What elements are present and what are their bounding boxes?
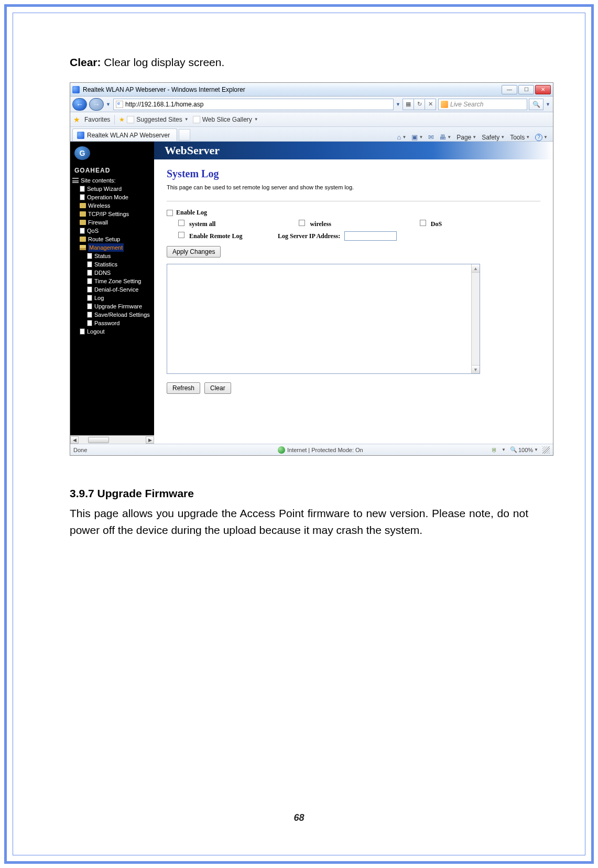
scroll-thumb[interactable] bbox=[88, 437, 109, 443]
enable-remote-option: Enable Remote Log bbox=[178, 232, 278, 240]
minimize-button[interactable]: — bbox=[502, 85, 517, 94]
refresh-button[interactable]: ↻ bbox=[414, 99, 425, 110]
clear-label: Clear: bbox=[70, 56, 101, 68]
remote-log-row: Enable Remote Log Log Server IP Address: bbox=[167, 231, 540, 241]
mail-icon: ✉ bbox=[428, 133, 434, 141]
search-dropdown-icon[interactable]: ▼ bbox=[546, 102, 551, 107]
forward-button[interactable]: → bbox=[89, 98, 104, 111]
nav-management[interactable]: Management bbox=[72, 243, 154, 252]
bing-icon bbox=[441, 101, 448, 108]
nav-statistics[interactable]: Statistics bbox=[72, 260, 154, 269]
scroll-down-icon[interactable]: ▼ bbox=[472, 365, 480, 373]
page-number: 68 bbox=[13, 812, 585, 823]
status-zone: Internet | Protected Mode: On bbox=[278, 446, 492, 454]
nav-firewall[interactable]: Firewall bbox=[72, 218, 154, 227]
folder-icon bbox=[80, 237, 86, 242]
web-slice-gallery-link[interactable]: Web Slice Gallery ▼ bbox=[193, 116, 258, 123]
scroll-up-icon[interactable]: ▲ bbox=[472, 264, 480, 273]
search-button[interactable]: 🔍 bbox=[529, 99, 543, 110]
nav-operation-mode[interactable]: Operation Mode bbox=[72, 193, 154, 201]
wireless-checkbox[interactable] bbox=[299, 220, 305, 226]
goahead-logo-icon: G bbox=[74, 146, 90, 160]
dos-checkbox[interactable] bbox=[420, 220, 426, 226]
help-button[interactable]: ?▼ bbox=[535, 134, 548, 141]
zoom-icon: 🔍 bbox=[510, 446, 517, 453]
chevron-down-icon: ▼ bbox=[534, 447, 538, 452]
folder-open-icon bbox=[80, 245, 86, 250]
status-right: ⛨▼ 🔍 100% ▼ bbox=[492, 446, 550, 454]
url-text: http://192.168.1.1/home.asp bbox=[125, 101, 203, 108]
back-button[interactable]: ← bbox=[72, 98, 87, 111]
resize-grip-icon[interactable] bbox=[542, 446, 550, 454]
nav-qos[interactable]: QoS bbox=[72, 227, 154, 235]
scroll-right-icon[interactable]: ▶ bbox=[146, 436, 154, 444]
feeds-icon: ▣ bbox=[411, 133, 418, 141]
nav-setup-wizard[interactable]: Setup Wizard bbox=[72, 185, 154, 193]
feeds-button[interactable]: ▣▼ bbox=[411, 133, 423, 141]
new-tab-button[interactable] bbox=[179, 129, 190, 141]
clear-log-button[interactable]: Clear bbox=[204, 382, 231, 394]
scroll-left-icon[interactable]: ◀ bbox=[70, 436, 79, 444]
search-placeholder: Live Search bbox=[450, 101, 483, 108]
system-all-checkbox[interactable] bbox=[178, 220, 184, 226]
sidebar-scrollbar[interactable]: ◀ ▶ bbox=[70, 435, 154, 444]
ip-input[interactable] bbox=[344, 231, 397, 241]
status-bar: Done Internet | Protected Mode: On ⛨▼ 🔍 … bbox=[70, 444, 553, 455]
window-titlebar: Realtek WLAN AP Webserver - Windows Inte… bbox=[70, 83, 553, 97]
nav-password[interactable]: Password bbox=[72, 319, 154, 327]
refresh-log-button[interactable]: Refresh bbox=[167, 382, 200, 394]
nav-logout[interactable]: Logout bbox=[72, 327, 154, 336]
security-report-icon[interactable]: ⛨ bbox=[492, 447, 497, 453]
read-mail-button[interactable]: ✉ bbox=[428, 133, 434, 141]
nav-timezone[interactable]: Time Zone Setting bbox=[72, 277, 154, 285]
stop-button[interactable]: ✕ bbox=[425, 99, 436, 110]
maximize-button[interactable]: ☐ bbox=[518, 85, 534, 94]
close-button[interactable]: ✕ bbox=[535, 85, 551, 94]
site-contents[interactable]: Site contents: bbox=[72, 176, 154, 185]
nav-save-reload[interactable]: Save/Reload Settings bbox=[72, 310, 154, 319]
enable-log-checkbox[interactable] bbox=[167, 210, 173, 216]
log-textarea[interactable]: ▲ ▼ bbox=[167, 264, 480, 374]
dos-option: DoS bbox=[420, 220, 540, 228]
nav-status[interactable]: Status bbox=[72, 252, 154, 260]
nav-log[interactable]: Log bbox=[72, 294, 154, 302]
clear-line: Clear: Clear log display screen. bbox=[70, 56, 528, 69]
nav-ddns[interactable]: DDNS bbox=[72, 269, 154, 277]
page-menu[interactable]: Page▼ bbox=[456, 134, 476, 141]
zoom-value: 100% bbox=[518, 447, 533, 453]
tools-menu[interactable]: Tools▼ bbox=[510, 134, 530, 141]
address-bar: ← → ▼ http://192.168.1.1/home.asp ▼ ▦ ↻ … bbox=[70, 97, 553, 112]
nav-upgrade-firmware[interactable]: Upgrade Firmware bbox=[72, 302, 154, 310]
safety-menu[interactable]: Safety▼ bbox=[482, 134, 505, 141]
enable-log-label: Enable Log bbox=[176, 209, 207, 217]
print-button[interactable]: 🖶▼ bbox=[439, 133, 451, 141]
url-dropdown-icon[interactable]: ▼ bbox=[396, 102, 401, 107]
section-paragraph: This page allows you upgrade the Access … bbox=[70, 505, 528, 539]
nav-route[interactable]: Route Setup bbox=[72, 235, 154, 243]
url-field[interactable]: http://192.168.1.1/home.asp bbox=[113, 99, 394, 110]
enable-remote-checkbox[interactable] bbox=[178, 232, 184, 238]
nav-wireless[interactable]: Wireless bbox=[72, 201, 154, 210]
nav-dos[interactable]: Denial-of-Service bbox=[72, 285, 154, 294]
page-icon bbox=[127, 116, 134, 123]
history-dropdown-icon[interactable]: ▼ bbox=[106, 102, 111, 107]
action-row: Refresh Clear bbox=[167, 382, 540, 394]
wireless-option: wireless bbox=[299, 220, 419, 228]
clear-desc: Clear log display screen. bbox=[101, 56, 225, 68]
tab-active[interactable]: Realtek WLAN AP Webserver bbox=[72, 128, 177, 141]
compat-view-button[interactable]: ▦ bbox=[403, 99, 414, 110]
home-button[interactable]: ⌂▼ bbox=[397, 133, 407, 141]
log-scrollbar[interactable]: ▲ ▼ bbox=[471, 264, 480, 373]
favorites-star-icon[interactable]: ★ bbox=[73, 115, 80, 124]
nav-tcpip[interactable]: TCP/IP Settings bbox=[72, 210, 154, 218]
search-box[interactable]: Live Search bbox=[438, 99, 527, 110]
favorites-label[interactable]: Favorites bbox=[84, 116, 110, 123]
suggested-sites-link[interactable]: ★ Suggested Sites ▼ bbox=[119, 116, 188, 123]
star-icon: ★ bbox=[119, 116, 125, 123]
page-icon bbox=[87, 270, 92, 276]
banner: WebServer bbox=[154, 142, 553, 159]
folder-icon bbox=[80, 211, 86, 217]
apply-changes-button[interactable]: Apply Changes bbox=[167, 246, 221, 258]
zoom-control[interactable]: 🔍 100% ▼ bbox=[510, 446, 538, 453]
page-icon bbox=[87, 295, 92, 301]
